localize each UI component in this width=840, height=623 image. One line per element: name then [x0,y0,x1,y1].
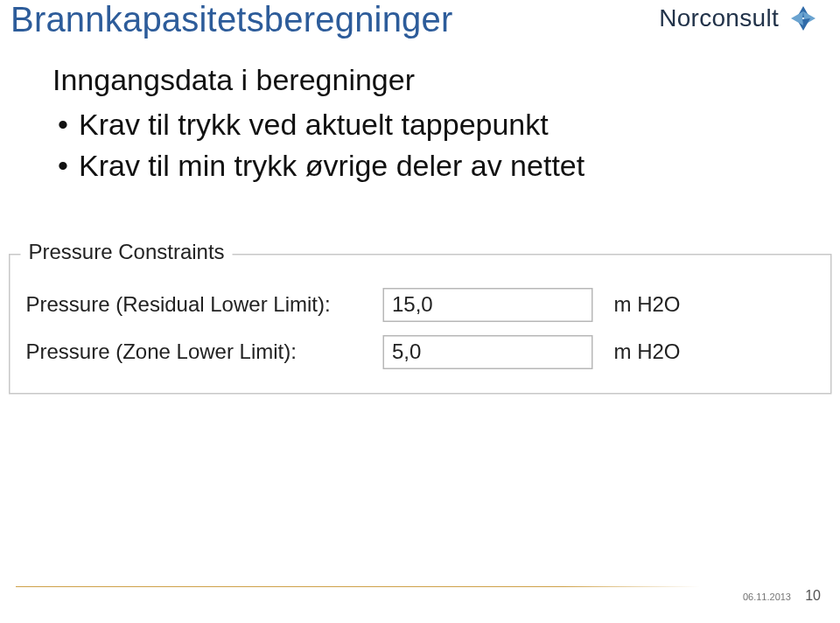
pressure-zone-label: Pressure (Zone Lower Limit): [26,340,383,364]
pressure-residual-input[interactable] [383,288,593,322]
bullet-list: Krav til trykk ved aktuelt tappepunkt Kr… [52,108,805,183]
pressure-residual-row: Pressure (Residual Lower Limit): m H2O [26,288,816,322]
pressure-zone-unit: m H2O [614,340,681,364]
footer-date: 06.11.2013 [743,592,791,602]
footer-page-number: 10 [805,588,821,604]
pressure-residual-label: Pressure (Residual Lower Limit): [26,293,383,317]
brand-name: Norconsult [659,4,779,32]
svg-marker-3 [791,11,803,25]
bullet-item: Krav til min trykk øvrige deler av nette… [52,149,805,183]
constraints-panel-inner: Pressure Constraints Pressure (Residual … [9,254,832,395]
brand-logo: Norconsult [659,0,819,37]
page-title: Brannkapasitetsberegninger [10,0,453,39]
footer-divider [16,586,700,587]
fieldset-legend: Pressure Constraints [21,241,233,264]
lead-text: Inngangsdata i beregninger [52,63,805,97]
content: Inngangsdata i beregninger Krav til tryk… [52,63,805,190]
pressure-residual-unit: m H2O [614,293,681,317]
pressure-zone-row: Pressure (Zone Lower Limit): m H2O [26,335,816,369]
bullet-item: Krav til trykk ved aktuelt tappepunkt [52,108,805,142]
pressure-zone-input[interactable] [383,335,593,369]
slide: Brannkapasitetsberegninger Norconsult In… [0,0,840,623]
brand-mark-icon [788,3,819,34]
pressure-constraints-fieldset: Pressure Constraints Pressure (Residual … [9,254,832,395]
footer: 06.11.2013 10 [0,586,840,612]
constraints-panel: Pressure Constraints Pressure (Residual … [9,245,831,455]
